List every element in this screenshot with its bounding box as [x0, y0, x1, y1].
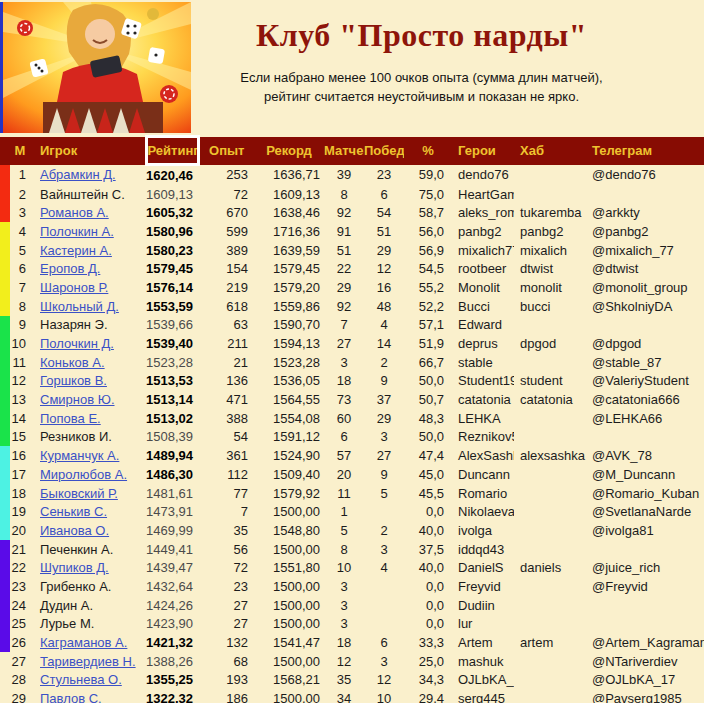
player-link[interactable]: Горшков В.: [40, 373, 107, 388]
table-row: 19Сенькив С.1473,9171500,0010,0Nikolaeva…: [0, 502, 704, 521]
telegram-cell: @Romario_Kuban: [586, 484, 704, 503]
tier-stripe: [0, 185, 10, 204]
column-header-matches[interactable]: Матчей: [324, 137, 364, 165]
column-header-wins[interactable]: Побед: [364, 137, 404, 165]
column-header-heroes[interactable]: Герои: [452, 137, 514, 165]
page-header: Клуб "Просто нарды" Если набрано менее 1…: [0, 0, 704, 135]
telegram-cell: @AVK_78: [586, 446, 704, 465]
player-name: Лурье М.: [40, 616, 94, 631]
hero-cell: OJLbKA_17: [452, 671, 514, 690]
banner-illustration: [3, 2, 191, 133]
column-header-place[interactable]: М: [10, 137, 30, 165]
column-header-telegram[interactable]: Телеграм: [586, 137, 704, 165]
player-link[interactable]: Миролюбов А.: [40, 467, 127, 482]
rating-cell: 1580,23: [146, 241, 198, 260]
player-name: Назарян Э.: [40, 317, 108, 332]
player-link[interactable]: Попова Е.: [40, 411, 101, 426]
column-header-rating[interactable]: Рейтинг: [146, 137, 198, 165]
player-link[interactable]: Шупиков Д.: [40, 560, 109, 575]
percent-cell: 54,5: [404, 259, 452, 278]
telegram-cell: @monolit_group: [586, 278, 704, 297]
tier-stripe: [0, 222, 10, 241]
percent-cell: 66,7: [404, 353, 452, 372]
column-header-experience[interactable]: Опыт: [198, 137, 254, 165]
telegram-cell: @dendo76: [586, 165, 704, 185]
hero-cell: aleks_roman: [452, 203, 514, 222]
percent-cell: 37,5: [404, 540, 452, 559]
player-link[interactable]: Полочкин Д.: [40, 336, 114, 351]
rating-cell: 1421,32: [146, 633, 198, 652]
player-link[interactable]: Иванова О.: [40, 523, 109, 538]
percent-cell: 0,0: [404, 502, 452, 521]
rating-cell: 1513,14: [146, 390, 198, 409]
table-row: 29Павлов С.1322,321861500,00341029,4serg…: [0, 689, 704, 703]
wins-cell: 29: [364, 409, 404, 428]
tier-stripe: [0, 334, 10, 353]
percent-cell: 45,0: [404, 465, 452, 484]
player-link[interactable]: Школьный Д.: [40, 299, 119, 314]
percent-cell: 50,0: [404, 428, 452, 447]
rating-cell: 1473,91: [146, 502, 198, 521]
player-link[interactable]: Шаронов Р.: [40, 280, 108, 295]
column-header-percent[interactable]: %: [404, 137, 452, 165]
percent-cell: 55,2: [404, 278, 452, 297]
rating-cell: 1580,96: [146, 222, 198, 241]
player-link[interactable]: Еропов Д.: [40, 261, 100, 276]
player-link[interactable]: Курманчук А.: [40, 448, 119, 463]
player-link[interactable]: Каграманов А.: [40, 635, 127, 650]
hub-cell: artem: [514, 633, 586, 652]
player-link[interactable]: Павлов С.: [40, 691, 102, 703]
table-row: 5Кастерин А.1580,233891639,59512956,9mix…: [0, 241, 704, 260]
column-header-record[interactable]: Рекорд: [254, 137, 324, 165]
player-link[interactable]: Таривердиев Н.: [40, 654, 136, 669]
player-link[interactable]: Быковский Р.: [40, 486, 118, 501]
player-link[interactable]: Абрамкин Д.: [40, 167, 116, 182]
player-link[interactable]: Полочкин А.: [40, 224, 114, 239]
rating-cell: 1424,26: [146, 596, 198, 615]
wins-cell: 37: [364, 390, 404, 409]
record-cell: 1639,59: [254, 241, 324, 260]
percent-cell: 48,3: [404, 409, 452, 428]
rank-cell: 7: [10, 278, 30, 297]
rating-cell: 1523,28: [146, 353, 198, 372]
matches-cell: 91: [324, 222, 364, 241]
record-cell: 1500,00: [254, 615, 324, 634]
hero-cell: Dudiin: [452, 596, 514, 615]
matches-cell: 5: [324, 521, 364, 540]
rating-cell: 1539,66: [146, 316, 198, 335]
player-link[interactable]: Стульнева О.: [40, 672, 122, 687]
tier-stripe: [0, 353, 10, 372]
tier-stripe: [0, 502, 10, 521]
record-cell: 1591,12: [254, 428, 324, 447]
player-link[interactable]: Кастерин А.: [40, 243, 112, 258]
percent-cell: 50,7: [404, 390, 452, 409]
column-header-player[interactable]: Игрок: [30, 137, 146, 165]
player-cell: Кастерин А.: [30, 241, 146, 260]
player-link[interactable]: Коньков А.: [40, 355, 105, 370]
hero-cell: Monolit: [452, 278, 514, 297]
experience-cell: 670: [198, 203, 254, 222]
matches-cell: 12: [324, 652, 364, 671]
tier-stripe: [0, 671, 10, 690]
player-link[interactable]: Смирнов Ю.: [40, 392, 115, 407]
player-link[interactable]: Романов А.: [40, 205, 109, 220]
table-row: 20Иванова О.1469,99351548,805240,0ivolga…: [0, 521, 704, 540]
column-header-hub[interactable]: Хаб: [514, 137, 586, 165]
tier-stripe: [0, 278, 10, 297]
player-link[interactable]: Сенькив С.: [40, 504, 107, 519]
table-row: 2Вайнштейн С.1609,13721609,138675,0Heart…: [0, 185, 704, 204]
percent-cell: 0,0: [404, 577, 452, 596]
rank-cell: 28: [10, 671, 30, 690]
experience-cell: 186: [198, 689, 254, 703]
hub-cell: dtwist: [514, 259, 586, 278]
telegram-cell: @catatonia666: [586, 390, 704, 409]
hub-cell: panbg2: [514, 222, 586, 241]
matches-cell: 34: [324, 689, 364, 703]
wins-cell: [364, 577, 404, 596]
player-cell: Курманчук А.: [30, 446, 146, 465]
experience-cell: 54: [198, 428, 254, 447]
matches-cell: 3: [324, 596, 364, 615]
rating-cell: 1388,26: [146, 652, 198, 671]
player-cell: Коньков А.: [30, 353, 146, 372]
tier-stripe: [0, 446, 10, 465]
